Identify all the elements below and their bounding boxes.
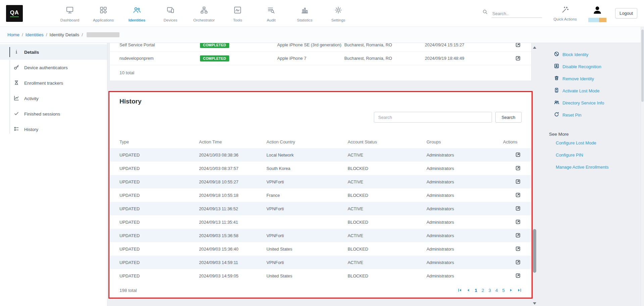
identity-sidebar: Details Device authenticators Enrollment… [0, 43, 107, 306]
action-label: Block Identity [562, 52, 588, 57]
cell-account-status: BLOCKED [348, 247, 427, 252]
first-page-button[interactable] [458, 288, 462, 292]
view-history-action-button[interactable] [514, 218, 522, 225]
sidebar-item-history[interactable]: History [0, 122, 107, 137]
scroll-down-arrow[interactable] [533, 302, 536, 305]
nav-label: Audit [267, 18, 276, 22]
breadcrumb-identities-link[interactable]: Identities [26, 32, 44, 37]
configure-pin-link[interactable]: Configure PIN [538, 149, 644, 161]
history-search-input[interactable] [374, 112, 492, 123]
page-scrollbar-thumb[interactable] [641, 30, 644, 102]
scrollbar-thumb[interactable] [533, 229, 536, 273]
sidebar-item-activity[interactable]: Activity [0, 91, 107, 106]
view-history-action-button[interactable] [514, 245, 522, 252]
sidebar-item-finished-sessions[interactable]: Finished sessions [0, 106, 107, 122]
page-4-button[interactable]: 4 [495, 288, 498, 293]
page-5-button[interactable]: 5 [502, 288, 505, 293]
block-identity-link[interactable]: Block Identity [538, 48, 644, 60]
cell-groups: Administrators [427, 260, 503, 265]
breadcrumb-home-link[interactable]: Home [7, 32, 19, 37]
directory-service-info-link[interactable]: Directory Service Info [538, 97, 644, 109]
user-menu[interactable] [588, 5, 606, 22]
cell-location: Bucharest, Romania, RO [344, 43, 425, 47]
cell-action-country: South Korea [266, 166, 348, 171]
history-section-wrap: History Search Type Action Time Action C… [109, 92, 532, 298]
quick-actions-button[interactable]: Quick Actions [551, 6, 580, 21]
cell-action-time: 2024/09/03 14:59:11 [199, 260, 266, 265]
nav-item-statistics[interactable]: Statistics [288, 4, 321, 22]
view-history-action-button[interactable] [514, 272, 522, 279]
identity-actions-panel: Block Identity Disable Recognition Remov… [538, 43, 644, 306]
history-card: History Search Type Action Time Action C… [109, 92, 532, 298]
view-history-action-button[interactable] [514, 205, 522, 212]
table-row: UPDATED 2024/09/18 10:55:27 VPNForti ACT… [110, 175, 531, 188]
avatar-accent-bar [588, 18, 606, 22]
remove-identity-link[interactable]: Remove Identity [538, 73, 644, 85]
history-table-body: UPDATED 2024/10/03 08:38:36 Local Networ… [110, 148, 531, 282]
column-header-action-country: Action Country [266, 139, 348, 144]
logout-button[interactable]: Logout [615, 8, 637, 18]
cell-action-time: 2024/09/03 15:36:58 [199, 233, 266, 238]
action-label: Directory Service Info [562, 100, 604, 105]
sidebar-item-label: History [24, 127, 38, 132]
view-history-action-button[interactable] [514, 178, 522, 185]
redacted-identity-name [87, 32, 119, 37]
nav-item-audit[interactable]: Audit [254, 4, 288, 22]
configure-lost-mode-link[interactable]: Configure Lost Mode [538, 137, 644, 149]
nav-label: Identities [129, 18, 145, 22]
action-label: Disable Recognition [562, 64, 601, 69]
open-session-action-button[interactable] [514, 43, 522, 48]
cell-account-status: BLOCKED [348, 166, 427, 171]
reset-pin-link[interactable]: Reset Pin [538, 109, 644, 121]
prev-page-button[interactable] [466, 288, 470, 292]
cell-account-status: ACTIVE [348, 206, 427, 211]
nav-item-dashboard[interactable]: Dashboard [53, 4, 87, 22]
nav-item-tools[interactable]: Tools [221, 4, 254, 22]
directory-people-icon [554, 99, 559, 106]
sidebar-item-device-authenticators[interactable]: Device authenticators [0, 60, 107, 75]
cell-time: 2024/09/24 15:15:27 [425, 43, 505, 47]
activate-lost-mode-link[interactable]: Activate Lost Mode [538, 85, 644, 97]
view-history-action-button[interactable] [514, 259, 522, 266]
next-page-button[interactable] [509, 288, 513, 292]
table-row: UPDATED 2024/09/13 11:35:41 BLOCKED Admi… [110, 215, 531, 229]
sidebar-item-details[interactable]: Details [0, 44, 107, 60]
view-history-action-button[interactable] [514, 232, 522, 239]
statistics-icon [300, 6, 309, 16]
table-row: UPDATED 2024/10/03 08:37:57 South Korea … [110, 162, 531, 175]
nav-item-devices[interactable]: Devices [154, 4, 187, 22]
breadcrumb-separator: / [82, 32, 83, 37]
nav-item-orchestrator[interactable]: Orchestrator [187, 4, 221, 22]
cell-account-status: BLOCKED [348, 220, 427, 225]
disable-recognition-link[interactable]: Disable Recognition [538, 60, 644, 73]
global-search-input[interactable] [492, 10, 542, 18]
sessions-total: 10 total [110, 65, 531, 81]
cell-type: UPDATED [119, 193, 199, 198]
avatar-icon [592, 5, 603, 17]
nav-label: Statistics [297, 18, 312, 22]
manage-active-enrollments-link[interactable]: Manage Active Enrollments [538, 161, 644, 173]
sidebar-item-enrollment-trackers[interactable]: Enrollment trackers [0, 75, 107, 91]
badge-person-icon [554, 63, 559, 70]
sidebar-item-label: Enrollment trackers [24, 81, 63, 86]
page-2-button[interactable]: 2 [482, 288, 484, 293]
cell-action-country: United States [266, 273, 348, 278]
cell-action-time: 2024/09/03 15:36:40 [199, 247, 266, 252]
nav-item-applications[interactable]: Applications [87, 4, 120, 22]
view-history-action-button[interactable] [514, 151, 522, 158]
history-search-button[interactable]: Search [495, 112, 522, 123]
open-session-action-button[interactable] [514, 55, 522, 62]
info-icon [13, 49, 19, 56]
page-3-button[interactable]: 3 [488, 288, 491, 293]
nav-item-identities[interactable]: Identities [120, 4, 154, 22]
key-icon [13, 64, 19, 71]
nav-item-settings[interactable]: Settings [321, 4, 355, 22]
view-history-action-button[interactable] [514, 165, 522, 172]
cell-type: UPDATED [119, 206, 199, 211]
scroll-up-arrow[interactable] [533, 46, 536, 49]
page-scrollbar [641, 27, 644, 306]
cell-groups: Administrators [427, 179, 503, 184]
last-page-button[interactable] [517, 288, 522, 292]
page-1-button[interactable]: 1 [475, 288, 477, 293]
view-history-action-button[interactable] [514, 191, 522, 199]
